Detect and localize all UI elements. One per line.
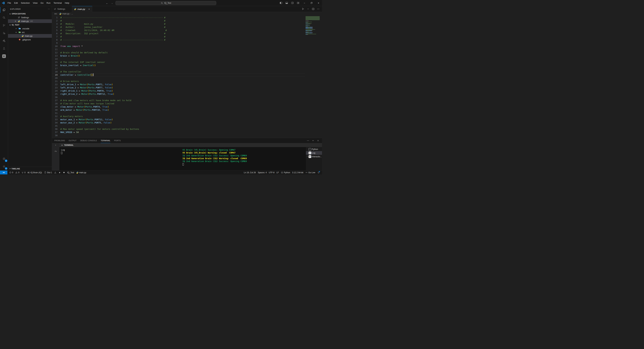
terminal-instance-interactiv-[interactable]: └∨Interactiv... (306, 155, 322, 158)
history-back-icon[interactable]: ← (106, 2, 108, 4)
close-editor-icon[interactable]: × (14, 20, 17, 22)
status-ln-19-col-26[interactable]: Ln 19, Col 26 (243, 172, 257, 174)
menu-edit[interactable]: Edit (12, 1, 19, 5)
code-line-34[interactable]: 34motor_aux_2 = Motor(Ports.PORT5, False… (52, 121, 305, 124)
menu-view[interactable]: View (31, 1, 39, 5)
code-line-17[interactable]: 17 (52, 67, 305, 70)
tree-item--gitignore[interactable]: .gitignore (8, 38, 52, 42)
activity-extensions[interactable] (0, 37, 8, 44)
activity-explorer[interactable] (0, 6, 8, 14)
terminal-instance-log[interactable]: ┌∨Log (306, 151, 322, 155)
menu-help[interactable]: Help (63, 1, 71, 5)
code-line-36[interactable]: 36# Max motor speed (percent) for motors… (52, 128, 305, 131)
code-line-23[interactable]: 23left_drive_2 = Motor(Ports.PORT7, Fals… (52, 86, 305, 89)
activity-account[interactable]: 1 (0, 155, 8, 163)
status-bell[interactable] (316, 172, 321, 174)
status-slot-1[interactable]: Slot 1 (43, 172, 53, 174)
breadcrumb-item[interactable]: ... (71, 12, 73, 15)
status-python[interactable]: {}Python (280, 172, 291, 174)
timeline-section[interactable]: > TIMELINE (8, 167, 52, 170)
terminal-output-messages[interactable]: V5 Brain (V5_Brain) Success: Opening COM… (182, 147, 306, 170)
panel-tab-ports[interactable]: PORTS (114, 138, 120, 143)
status-main-py[interactable]: main.py (75, 172, 87, 174)
code-line-38[interactable]: 38 (52, 134, 305, 137)
explorer-more-actions-icon[interactable]: ⋯ (48, 8, 50, 10)
command-center-search[interactable]: IQ_Test (116, 1, 216, 5)
toggle-panel-icon[interactable] (284, 0, 290, 6)
panel-ellipsis-button[interactable] (306, 138, 310, 142)
menu-file[interactable]: File (6, 1, 12, 5)
code-line-15[interactable]: 15# The internal EXP inertial sensor (52, 60, 305, 64)
tree-item--vscode[interactable]: >.vscode (8, 27, 52, 30)
activity-vex[interactable]: ∨ (0, 52, 8, 60)
toggle-secondary-sidebar-icon[interactable] (290, 0, 295, 6)
code-line-5[interactable]: 5# Created: 10/11/2024, 10:40:02 AM # (52, 29, 305, 32)
status-play[interactable] (58, 172, 62, 174)
code-line-11[interactable]: 11 (52, 48, 305, 51)
code-line-27[interactable]: 27# Arm and claw motors will have brake … (52, 99, 305, 102)
code-line-7[interactable]: 7# # (52, 35, 305, 38)
code-line-20[interactable]: 20 (52, 76, 305, 80)
code-line-3[interactable]: 3# Module: main.py # (52, 22, 305, 26)
terminal-section-header[interactable]: ∨ TERMINAL (59, 143, 322, 147)
minimap[interactable] (305, 16, 322, 138)
code-line-32[interactable]: 32# Auxilary motors (52, 115, 305, 118)
menu-selection[interactable]: Selection (19, 1, 31, 5)
code-line-29[interactable]: 29claw_motor = Motor(Ports.PORT4, True) (52, 105, 305, 108)
code-line-10[interactable]: 10from vex import * (52, 44, 305, 48)
code-line-35[interactable]: 35 (52, 124, 305, 128)
customize-layout-icon[interactable] (295, 0, 301, 6)
minimize-button[interactable]: − (301, 0, 308, 6)
status-go-live[interactable]: Go Live (304, 172, 316, 174)
code-line-25[interactable]: 25right_drive_2 = Motor(Ports.PORT12, Tr… (52, 92, 305, 96)
code-editor[interactable]: 1# -------------------------------------… (52, 16, 322, 138)
status-stop[interactable] (62, 172, 66, 174)
code-line-37[interactable]: 37MAX_SPEED = 50 (52, 131, 305, 134)
panel-tab-terminal[interactable]: TERMINAL (100, 138, 110, 143)
panel-tab-debug-console[interactable]: DEBUG CONSOLE (80, 138, 97, 143)
remote-indicator[interactable]: >< (0, 170, 8, 174)
open-editor-main-py[interactable]: ×main.pysrc (8, 19, 52, 23)
panel-chevron-up-button[interactable] (311, 138, 315, 142)
close-tab-icon[interactable]: × (88, 8, 90, 10)
activity-gear[interactable]: 1 (0, 163, 8, 170)
status-0[interactable]: 0 (20, 172, 26, 174)
code-line-13[interactable]: 13brain = Brain() (52, 54, 305, 57)
code-line-30[interactable]: 30arm_motor = Motor(Ports.PORT10, True) (52, 108, 305, 112)
menu-run[interactable]: Run (45, 1, 52, 5)
chevron-down-button[interactable] (306, 7, 310, 11)
status-download[interactable] (53, 172, 58, 174)
run-button[interactable] (301, 7, 305, 11)
code-line-4[interactable]: 4# Author: jenna_juechter # (52, 26, 305, 29)
code-line-9[interactable]: 9 (52, 42, 305, 44)
ellipsis-button[interactable] (316, 7, 320, 11)
tree-item-src[interactable]: ∨</>src (8, 30, 52, 34)
breadcrumb-item[interactable]: src (54, 12, 57, 15)
split-button[interactable] (311, 7, 315, 11)
activity-test-flask[interactable] (0, 44, 8, 52)
panel-tab-problems[interactable]: PROBLEMS (54, 138, 65, 143)
history-forward-icon[interactable]: → (111, 2, 113, 4)
code-line-33[interactable]: 33motor_aux_1 = Motor(Ports.PORT11, Fals… (52, 118, 305, 121)
open-editors-section[interactable]: ∨ OPEN EDITORS (8, 12, 52, 16)
code-line-8[interactable]: 8# -------------------------------------… (52, 38, 305, 42)
code-line-21[interactable]: 21# Drive motors (52, 80, 305, 83)
activity-source-control[interactable] (0, 22, 8, 29)
code-line-6[interactable]: 6# Description: IQ2 project # (52, 32, 305, 35)
terminal-output-log[interactable]: Log (59, 147, 182, 170)
status-0[interactable]: 0 (8, 172, 14, 174)
panel-close-button[interactable] (316, 138, 320, 142)
status-spaces-4[interactable]: Spaces: 4 (257, 172, 268, 174)
code-line-22[interactable]: 22left_drive_1 = Motor(Ports.PORT1, Fals… (52, 83, 305, 86)
code-line-1[interactable]: 1# -------------------------------------… (52, 16, 305, 19)
status-3-12-2-64-bit[interactable]: 3.12.2 64-bit (291, 172, 304, 174)
code-line-28[interactable]: 28# Claw motor will have max torque limi… (52, 102, 305, 105)
code-line-24[interactable]: 24right_drive_1 = Motor(Ports.PORT6, Tru… (52, 89, 305, 92)
code-line-31[interactable]: 31 (52, 112, 305, 115)
code-line-18[interactable]: 18# The controller (52, 70, 305, 73)
menu-go[interactable]: Go (39, 1, 45, 5)
code-line-14[interactable]: 14 (52, 57, 305, 60)
menu-terminal[interactable]: Terminal (52, 1, 63, 5)
tab-settings[interactable]: Settings (52, 6, 72, 12)
toggle-sidebar-icon[interactable] (278, 0, 284, 6)
